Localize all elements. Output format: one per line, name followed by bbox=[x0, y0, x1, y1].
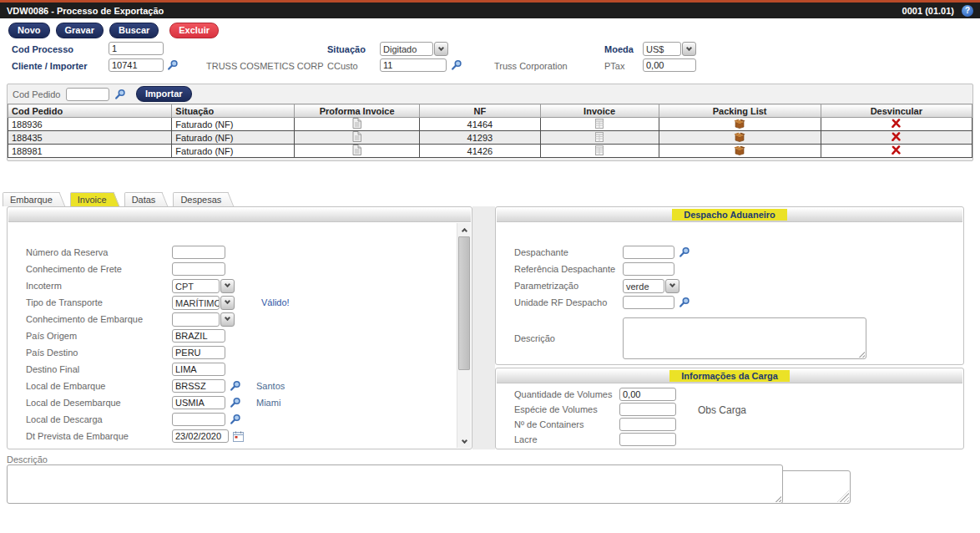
search-icon[interactable] bbox=[230, 414, 241, 425]
cell-cod-pedido: 188936 bbox=[8, 118, 172, 131]
form-row: Quantidade de Volumes bbox=[496, 387, 963, 402]
pais-destino-input[interactable] bbox=[172, 346, 225, 359]
proforma-invoice-document-icon[interactable] bbox=[352, 118, 361, 129]
qtd-volumes-label: Quantidade de Volumes bbox=[514, 389, 619, 399]
especie-volumes-label: Espécie de Volumes bbox=[514, 404, 619, 414]
despachante-input[interactable] bbox=[623, 246, 674, 259]
invoice-icon[interactable] bbox=[595, 132, 604, 142]
search-icon[interactable] bbox=[167, 59, 179, 71]
local-embarque-name: Santos bbox=[256, 381, 285, 391]
table-row[interactable]: 188981 Faturado (NF) 41426 bbox=[8, 145, 972, 158]
containers-input[interactable] bbox=[619, 418, 676, 431]
dt-prevista-embarque-input[interactable] bbox=[172, 429, 229, 443]
cell-nf: 41293 bbox=[420, 131, 540, 145]
proforma-invoice-document-icon[interactable] bbox=[352, 145, 361, 155]
packing-list-box-icon[interactable] bbox=[734, 145, 745, 155]
buscar-button[interactable]: Buscar bbox=[109, 23, 159, 38]
qtd-volumes-input[interactable] bbox=[619, 388, 676, 401]
cod-pedido-input[interactable] bbox=[66, 88, 109, 101]
search-icon[interactable] bbox=[230, 397, 241, 409]
numero-reserva-input[interactable] bbox=[172, 246, 225, 259]
chevron-down-icon[interactable] bbox=[220, 296, 235, 310]
col-proforma: Proforma Invoice bbox=[295, 104, 420, 118]
tab-invoice[interactable]: Invoice bbox=[70, 192, 113, 206]
local-desembarque-input[interactable] bbox=[172, 396, 225, 409]
moeda-select[interactable]: US$ bbox=[643, 42, 696, 56]
embarque-form: Número da Reserva Conhecimento de Frete … bbox=[8, 222, 472, 444]
parametrizacao-select[interactable]: verde bbox=[623, 279, 679, 293]
tipo-transporte-select[interactable]: MARÍTIMO bbox=[172, 296, 235, 310]
lacre-input[interactable] bbox=[619, 433, 676, 446]
situacao-select[interactable]: Digitado bbox=[380, 42, 448, 56]
tab-despesas[interactable]: Despesas bbox=[173, 192, 227, 206]
scrollbar-thumb[interactable] bbox=[458, 236, 470, 370]
search-icon[interactable] bbox=[230, 380, 241, 392]
destino-final-input[interactable] bbox=[172, 363, 225, 376]
table-row[interactable]: 188936 Faturado (NF) 41464 bbox=[8, 118, 972, 131]
informacoes-carga-panel: Informações da Carga Quantidade de Volum… bbox=[495, 368, 964, 449]
importar-button[interactable]: Importar bbox=[136, 86, 192, 102]
table-row[interactable]: 188435 Faturado (NF) 41293 bbox=[8, 131, 972, 145]
cliente-name-label: TRUSS COSMETICS CORP bbox=[206, 61, 324, 71]
conhecimento-frete-input[interactable] bbox=[172, 262, 225, 276]
novo-button[interactable]: Novo bbox=[8, 23, 50, 38]
tipo-transporte-value: MARÍTIMO bbox=[172, 296, 220, 310]
packing-list-box-icon[interactable] bbox=[734, 132, 745, 142]
excluir-button[interactable]: Excluir bbox=[169, 23, 219, 38]
packing-list-box-icon[interactable] bbox=[734, 119, 745, 129]
embarque-panel: Número da Reserva Conhecimento de Frete … bbox=[7, 206, 472, 449]
search-icon[interactable] bbox=[451, 59, 462, 71]
cod-processo-label: Cod Processo bbox=[12, 44, 73, 54]
chevron-down-icon[interactable] bbox=[220, 312, 235, 327]
despacho-descricao-label: Descrição bbox=[514, 333, 623, 343]
desvincular-x-icon[interactable] bbox=[892, 119, 901, 128]
search-icon[interactable] bbox=[114, 89, 126, 100]
conhecimento-frete-label: Conhecimento de Frete bbox=[26, 264, 172, 274]
ccusto-input[interactable] bbox=[380, 58, 447, 72]
tab-strip: Embarque Invoice Datas Despesas bbox=[3, 192, 239, 206]
help-icon[interactable]: ? bbox=[962, 5, 973, 17]
transporte-valido-status: Válido! bbox=[261, 297, 290, 307]
local-descarga-input[interactable] bbox=[172, 413, 225, 426]
chevron-down-icon[interactable] bbox=[434, 42, 448, 56]
moeda-label: Moeda bbox=[604, 44, 634, 54]
desvincular-x-icon[interactable] bbox=[892, 132, 901, 141]
parametrizacao-value: verde bbox=[623, 279, 664, 293]
search-icon[interactable] bbox=[679, 246, 690, 258]
cell-cod-pedido: 188981 bbox=[8, 145, 172, 158]
form-row: Dt Prevista de Embarque bbox=[8, 428, 472, 444]
scroll-down-icon[interactable] bbox=[457, 435, 471, 448]
invoice-icon[interactable] bbox=[595, 119, 604, 129]
despachante-label: Despachante bbox=[514, 247, 623, 257]
local-descarga-label: Local de Descarga bbox=[26, 414, 172, 424]
referencia-despachante-input[interactable] bbox=[623, 262, 674, 276]
local-embarque-input[interactable] bbox=[172, 379, 225, 393]
footer-descricao-textarea[interactable] bbox=[7, 464, 783, 504]
despacho-descricao-textarea[interactable] bbox=[623, 317, 866, 359]
scroll-up-icon[interactable] bbox=[457, 223, 471, 236]
unidade-rf-input[interactable] bbox=[623, 296, 674, 309]
desvincular-x-icon[interactable] bbox=[892, 145, 901, 155]
calendar-icon[interactable] bbox=[233, 431, 244, 442]
conhecimento-embarque-select[interactable] bbox=[172, 312, 235, 327]
vertical-scrollbar[interactable] bbox=[457, 223, 471, 448]
proforma-invoice-document-icon[interactable] bbox=[352, 131, 361, 142]
chevron-down-icon[interactable] bbox=[682, 42, 696, 56]
form-row: Nº de Containers bbox=[496, 417, 963, 432]
incoterm-select[interactable]: CPT bbox=[172, 279, 235, 293]
parametrizacao-label: Parametrização bbox=[514, 281, 623, 291]
tab-embarque[interactable]: Embarque bbox=[3, 192, 58, 206]
cod-processo-input[interactable] bbox=[109, 42, 164, 55]
chevron-down-icon[interactable] bbox=[220, 279, 235, 293]
pais-origem-input[interactable] bbox=[172, 329, 225, 343]
invoice-icon[interactable] bbox=[595, 145, 604, 155]
especie-volumes-input[interactable] bbox=[619, 403, 676, 416]
search-icon[interactable] bbox=[679, 297, 690, 308]
ptax-input[interactable] bbox=[643, 58, 696, 72]
tab-datas[interactable]: Datas bbox=[124, 192, 162, 206]
unidade-rf-label: Unidade RF Despacho bbox=[514, 297, 623, 307]
gravar-button[interactable]: Gravar bbox=[56, 23, 104, 38]
cell-situacao: Faturado (NF) bbox=[172, 145, 295, 158]
cliente-importer-input[interactable] bbox=[109, 58, 164, 72]
chevron-down-icon[interactable] bbox=[665, 279, 679, 293]
